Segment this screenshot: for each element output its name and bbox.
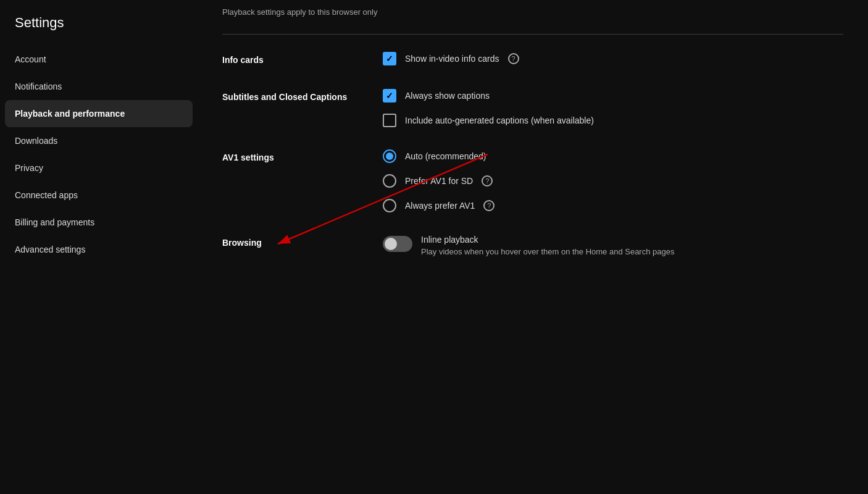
info-cards-controls: Show in-video info cards ? bbox=[383, 52, 843, 65]
inline-playback-text: Inline playback Play videos when you hov… bbox=[421, 235, 674, 256]
always-show-captions-label: Always show captions bbox=[405, 91, 490, 101]
divider bbox=[222, 34, 843, 35]
av1-sd-row: Prefer AV1 for SD ? bbox=[383, 174, 843, 188]
auto-generated-captions-checkbox[interactable] bbox=[383, 114, 396, 127]
av1-sd-radio[interactable] bbox=[383, 174, 396, 188]
av1-auto-radio[interactable] bbox=[383, 149, 396, 163]
av1-sd-help-icon[interactable]: ? bbox=[482, 175, 493, 186]
browsing-label: Browsing bbox=[222, 235, 383, 249]
sidebar-item-connected-apps[interactable]: Connected apps bbox=[0, 182, 198, 209]
show-info-cards-label: Show in-video info cards bbox=[405, 54, 499, 64]
sidebar-item-advanced[interactable]: Advanced settings bbox=[0, 236, 198, 263]
av1-section: AV1 settings Auto (recommended) Prefer A… bbox=[222, 149, 843, 212]
subtitles-section: Subtitles and Closed Captions Always sho… bbox=[222, 89, 843, 127]
sidebar-item-privacy[interactable]: Privacy bbox=[0, 154, 198, 182]
sidebar-item-account[interactable]: Account bbox=[0, 46, 198, 73]
auto-generated-captions-label: Include auto-generated captions (when av… bbox=[405, 115, 594, 125]
av1-auto-row: Auto (recommended) bbox=[383, 149, 843, 163]
always-show-captions-checkbox[interactable] bbox=[383, 89, 396, 103]
inline-playback-row: Inline playback Play videos when you hov… bbox=[383, 235, 843, 256]
auto-generated-captions-row: Include auto-generated captions (when av… bbox=[383, 114, 843, 127]
sidebar-item-playback[interactable]: Playback and performance bbox=[5, 100, 193, 127]
always-show-captions-row: Always show captions bbox=[383, 89, 843, 103]
playback-note: Playback settings apply to this browser … bbox=[222, 0, 843, 29]
show-info-cards-checkbox[interactable] bbox=[383, 52, 396, 65]
av1-auto-label: Auto (recommended) bbox=[405, 151, 486, 161]
sidebar-item-billing[interactable]: Billing and payments bbox=[0, 209, 198, 236]
info-cards-help-icon[interactable]: ? bbox=[508, 53, 519, 64]
av1-always-label: Always prefer AV1 bbox=[405, 201, 475, 211]
sidebar-title: Settings bbox=[0, 15, 198, 46]
inline-playback-sublabel: Play videos when you hover over them on … bbox=[421, 247, 674, 256]
toggle-knob bbox=[385, 238, 397, 250]
inline-playback-label: Inline playback bbox=[421, 235, 674, 245]
browsing-controls: Inline playback Play videos when you hov… bbox=[383, 235, 843, 256]
show-info-cards-row: Show in-video info cards ? bbox=[383, 52, 843, 65]
inline-playback-toggle[interactable] bbox=[383, 236, 412, 252]
info-cards-label: Info cards bbox=[222, 52, 383, 67]
av1-always-row: Always prefer AV1 ? bbox=[383, 199, 843, 212]
sidebar-item-downloads[interactable]: Downloads bbox=[0, 127, 198, 154]
info-cards-section: Info cards Show in-video info cards ? bbox=[222, 52, 843, 67]
sidebar-item-notifications[interactable]: Notifications bbox=[0, 73, 198, 100]
av1-sd-label: Prefer AV1 for SD bbox=[405, 176, 473, 186]
sidebar: Settings Account Notifications Playback … bbox=[0, 0, 198, 494]
browsing-section: Browsing Inline playback Play videos whe… bbox=[222, 235, 843, 256]
av1-always-help-icon[interactable]: ? bbox=[483, 200, 495, 211]
av1-label: AV1 settings bbox=[222, 149, 383, 164]
main-content: Playback settings apply to this browser … bbox=[198, 0, 868, 494]
av1-always-radio[interactable] bbox=[383, 199, 396, 212]
subtitles-label: Subtitles and Closed Captions bbox=[222, 89, 383, 104]
subtitles-controls: Always show captions Include auto-genera… bbox=[383, 89, 843, 127]
av1-controls: Auto (recommended) Prefer AV1 for SD ? A… bbox=[383, 149, 843, 212]
